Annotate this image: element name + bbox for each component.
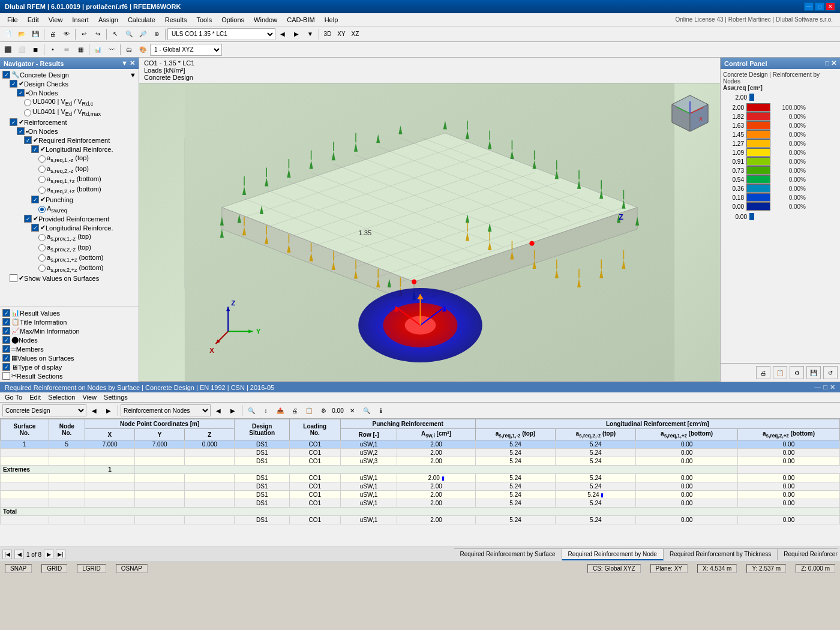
nav-ul0401[interactable]: UL0401 | VEd / VRd,max [0, 107, 139, 118]
rt-search-btn[interactable]: 🔍 [360, 404, 373, 417]
menu-calculate[interactable]: Calculate [123, 15, 160, 25]
nav-punching[interactable]: ✓ ✔ Punching [0, 195, 139, 204]
module-combo[interactable]: Concrete Design [2, 404, 86, 416]
rt-zero-btn[interactable]: 0.00 [331, 404, 344, 417]
table-row[interactable]: Total [1, 508, 840, 516]
table-row[interactable]: DS1 CO1 uSW,3 2.00 5.24 5.24 0.00 0.00 [1, 457, 840, 466]
menu-help[interactable]: Help [320, 15, 343, 25]
tab-req-by-surface[interactable]: Required Reinforcement by Surface [454, 549, 562, 560]
results-menu-goto[interactable]: Go To [5, 394, 22, 401]
nav-result-sections[interactable]: ✂ Result Sections [0, 371, 139, 380]
nav-radio-asprov1[interactable] [38, 234, 46, 241]
menu-assign[interactable]: Assign [94, 15, 123, 25]
close-btn[interactable]: ✕ [826, 2, 835, 11]
table-row[interactable]: Extremes 1 [1, 466, 840, 474]
rt-prev-btn[interactable]: ◀ [88, 404, 101, 417]
open-btn[interactable]: 📂 [15, 28, 28, 41]
nav-radio-asw[interactable] [38, 206, 46, 213]
zoom-out-btn[interactable]: 🔎 [136, 28, 149, 41]
cp-reload-btn[interactable]: ↺ [823, 366, 838, 379]
nav-radio-ul0401[interactable] [24, 109, 31, 116]
nav-asreq2-bot[interactable]: as,req,2,+z (bottom) [0, 185, 139, 195]
view-combo[interactable]: 1 - Global XYZ [150, 44, 222, 56]
table-row[interactable]: DS1 CO1 uSW,1 2.00 5.24 5.24 0.00 0.00 [1, 516, 840, 524]
preview-btn[interactable]: 👁 [60, 28, 73, 41]
undo-btn[interactable]: ↩ [77, 28, 91, 41]
lgrid-indicator[interactable]: LGRID [77, 564, 106, 573]
nav-radio-asreq1[interactable] [38, 155, 46, 163]
results-maximize-btn[interactable]: □ [823, 383, 827, 391]
nav-asprov1-bot[interactable]: as,prov,1,+z (bottom) [0, 253, 139, 263]
results-menu-view[interactable]: View [82, 394, 97, 401]
cp-settings-btn[interactable]: ⚙ [790, 366, 804, 379]
nav-design-checks[interactable]: ✓ ✔ Design Checks [0, 79, 139, 88]
nav-asreq1-top[interactable]: as,req,1,-z (top) [0, 154, 139, 164]
nav-chk-on-nodes[interactable]: ✓ [17, 89, 25, 97]
table-row[interactable]: DS1 CO1 uSW,1 2.00 5.24 5.24 0.00 0.00 [1, 499, 840, 508]
cp-save-btn[interactable]: 💾 [806, 366, 821, 379]
table-row[interactable]: DS1 CO1 uSW,1 2.00 5.24 5.24 0.00 0.00 [1, 482, 840, 491]
nav-options-btn[interactable]: ▼ [121, 59, 128, 67]
view-xz-btn[interactable]: XZ [349, 28, 362, 41]
nav-asprov2-top[interactable]: as,prov,2,-z (top) [0, 243, 139, 253]
result-type-combo[interactable]: Reinforcement on Nodes [121, 404, 211, 416]
nav-values-surfaces[interactable]: ✓ ▦ Values on Surfaces [0, 353, 139, 362]
menu-view[interactable]: View [44, 15, 68, 25]
cp-options-btn[interactable]: □ [825, 59, 829, 67]
rt-print-btn[interactable]: 🖨 [288, 404, 301, 417]
rt-next2-btn[interactable]: ▶ [226, 404, 239, 417]
rt-next-btn[interactable]: ▶ [102, 404, 115, 417]
menu-tools[interactable]: Tools [191, 15, 217, 25]
nav-concrete-design[interactable]: ✓ 🔧 Concrete Design ▼ [0, 70, 139, 79]
nav-radio-asreq1b[interactable] [38, 176, 46, 183]
nav-reinforcement[interactable]: ✓ ✔ Reinforcement [0, 118, 139, 127]
maximize-btn[interactable]: □ [815, 2, 824, 11]
nav-chk-dc[interactable]: ✓ [10, 80, 17, 88]
color-btn[interactable]: 🎨 [136, 43, 149, 56]
results-minimize-btn[interactable]: — [814, 383, 821, 391]
lc-menu-btn[interactable]: ▼ [304, 28, 317, 41]
page-prev-btn[interactable]: ◀ [14, 550, 24, 559]
nav-chk-prov-reinf[interactable]: ✓ [24, 215, 32, 223]
page-first-btn[interactable]: |◀ [2, 550, 12, 559]
page-last-btn[interactable]: ▶| [56, 550, 65, 559]
rt-sort-btn[interactable]: ↕ [259, 404, 272, 417]
viewport-canvas[interactable]: Z 1.35 Y X Z [139, 83, 720, 381]
new-btn[interactable]: 📄 [1, 28, 14, 41]
zoom-in-btn[interactable]: 🔍 [122, 28, 136, 41]
redo-btn[interactable]: ↪ [91, 28, 104, 41]
grid-indicator[interactable]: GRID [41, 564, 67, 573]
nav-ul0400[interactable]: UL0400 | VEd / VRd,c [0, 97, 139, 107]
rt-info-btn[interactable]: ℹ [374, 404, 388, 417]
menu-insert[interactable]: Insert [67, 15, 94, 25]
nav-expand-concrete[interactable]: ▼ [130, 71, 136, 79]
nav-chk-on-nodes2[interactable]: ✓ [17, 127, 25, 135]
nav-on-nodes2[interactable]: ✓ • On Nodes [0, 127, 139, 136]
tab-req-by-thickness[interactable]: Required Reinforcement by Thickness [664, 549, 778, 560]
nav-asprov2-bot[interactable]: as,prov,2,+z (bottom) [0, 263, 139, 274]
menu-edit[interactable]: Edit [23, 15, 44, 25]
nav-asprov1-top[interactable]: as,prov,1,-z (top) [0, 232, 139, 242]
nav-chk-punching[interactable]: ✓ [31, 196, 39, 203]
node-btn[interactable]: • [46, 43, 59, 56]
nav-radio-ul0400[interactable] [24, 99, 31, 106]
rt-cancel-btn[interactable]: ✕ [346, 404, 359, 417]
nav-asreq1-bot[interactable]: as,req,1,+z (bottom) [0, 175, 139, 185]
nav-radio-asprov1b[interactable] [38, 254, 46, 262]
menu-cad-bim[interactable]: CAD-BIM [282, 15, 319, 25]
nav-radio-asreq2[interactable] [38, 166, 46, 173]
nav-prov-reinf[interactable]: ✓ ✔ Provided Reinforcement [0, 214, 139, 223]
iso-btn[interactable]: 🗂 [122, 43, 136, 56]
osnap-indicator[interactable]: OSNAP [116, 564, 148, 573]
results-btn[interactable]: 📊 [91, 43, 104, 56]
cp-copy-btn[interactable]: 📋 [773, 366, 787, 379]
nav-chk-show-values[interactable] [10, 274, 17, 282]
view-3d-btn[interactable]: 3D [321, 28, 334, 41]
snap-indicator[interactable]: SNAP [5, 564, 32, 573]
cp-print-btn[interactable]: 🖨 [756, 366, 770, 379]
table-row[interactable]: DS1 CO1 uSW,1 2.00 ▮ 5.24 5.24 0.00 0.00 [1, 474, 840, 482]
nav-close-btn[interactable]: ✕ [130, 59, 135, 67]
save-btn[interactable]: 💾 [29, 28, 42, 41]
results-table-container[interactable]: SurfaceNo. NodeNo. Node Point Coordinate… [0, 419, 840, 547]
nav-chk-req-reinf[interactable]: ✓ [24, 136, 32, 144]
